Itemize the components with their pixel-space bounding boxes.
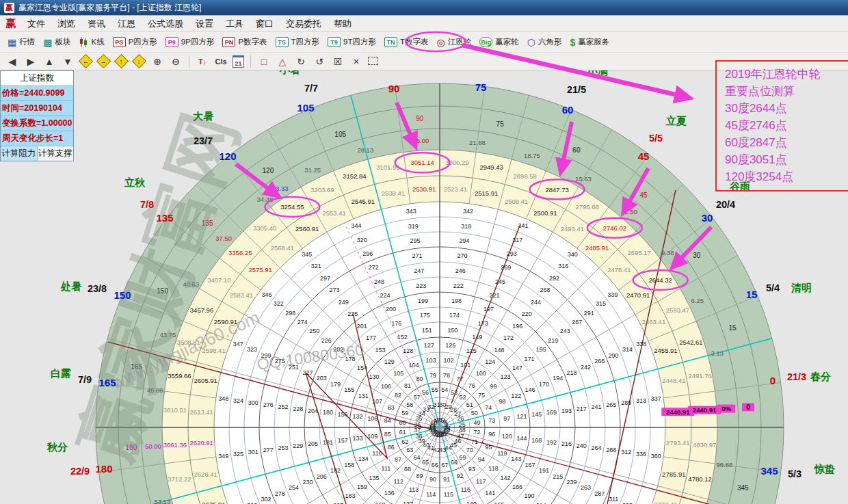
- sectors-label: 板块: [55, 37, 70, 47]
- svg-text:109: 109: [367, 433, 377, 440]
- lasso-icon[interactable]: [368, 56, 378, 67]
- t-square-button[interactable]: TST四方形: [272, 34, 323, 50]
- quotes-button[interactable]: ▦行情: [4, 34, 38, 50]
- draw-square-icon[interactable]: □: [257, 55, 271, 68]
- menu-item-资讯[interactable]: 资讯: [81, 18, 111, 29]
- svg-text:144: 144: [516, 435, 527, 442]
- svg-text:347: 347: [233, 341, 243, 347]
- svg-text:159: 159: [357, 483, 367, 490]
- svg-text:155: 155: [344, 386, 354, 393]
- menu-item-浏览[interactable]: 浏览: [51, 18, 81, 29]
- toolbar-separator: [189, 55, 189, 68]
- winner-wheel-button[interactable]: Big赢家轮: [476, 34, 522, 50]
- p-table-button[interactable]: PNP数字表: [219, 34, 270, 50]
- zoom-out-icon[interactable]: ⊖: [169, 55, 183, 68]
- svg-text:53.13: 53.13: [154, 498, 170, 504]
- svg-text:34.38: 34.38: [256, 196, 273, 203]
- svg-text:4780.12: 4780.12: [688, 475, 711, 483]
- pan-up-icon[interactable]: ↑: [114, 54, 129, 68]
- menu-item-交易委托[interactable]: 交易委托: [280, 18, 328, 29]
- svg-text:82: 82: [395, 392, 401, 399]
- svg-text:317: 317: [512, 237, 522, 243]
- menu-item-窗口[interactable]: 窗口: [250, 18, 280, 29]
- instrument-name: 上证指数: [1, 71, 73, 86]
- sectors-button[interactable]: ▩板块: [40, 34, 74, 50]
- zoom-in-icon[interactable]: ⊕: [150, 55, 164, 68]
- svg-text:204: 204: [308, 408, 318, 414]
- down-icon[interactable]: ▼: [61, 55, 75, 68]
- calendar-icon[interactable]: 21: [233, 55, 244, 68]
- winner-service-button[interactable]: $赢家服务: [567, 34, 613, 50]
- 9p-square-button[interactable]: P99P四方形: [162, 34, 218, 50]
- svg-text:3.13: 3.13: [711, 349, 724, 357]
- dollar-icon: $: [570, 38, 576, 47]
- svg-text:114: 114: [426, 491, 436, 498]
- shift-axis-icon[interactable]: T↓: [196, 55, 209, 68]
- svg-text:2560.91: 2560.91: [295, 225, 319, 233]
- menu-item-江恩[interactable]: 江恩: [111, 18, 142, 29]
- svg-text:191: 191: [539, 467, 549, 474]
- rotate-ccw-icon[interactable]: ↺: [313, 55, 326, 68]
- svg-text:147: 147: [512, 364, 522, 371]
- svg-text:246: 246: [455, 267, 466, 274]
- svg-text:2635.91: 2635.91: [202, 501, 225, 504]
- menu-item-工具[interactable]: 工具: [220, 18, 250, 29]
- svg-text:203: 203: [317, 375, 327, 382]
- svg-text:7/7: 7/7: [304, 83, 318, 94]
- svg-text:2785.91: 2785.91: [662, 470, 685, 478]
- svg-text:81: 81: [404, 382, 411, 389]
- gann-wheel-button[interactable]: ◎江恩轮: [434, 34, 475, 50]
- cls-icon[interactable]: Cls: [214, 55, 228, 68]
- svg-text:168: 168: [531, 437, 542, 444]
- center-cross-icon[interactable]: ×: [349, 55, 363, 68]
- svg-text:7/8: 7/8: [140, 199, 154, 210]
- t-table-button[interactable]: TNT数字表: [381, 34, 432, 50]
- svg-text:15.63: 15.63: [575, 175, 592, 183]
- up-icon[interactable]: ▲: [42, 55, 56, 68]
- p-square-button[interactable]: PSP四方形: [109, 34, 161, 50]
- svg-text:128: 128: [403, 347, 413, 354]
- 9t-square-button[interactable]: T99T四方形: [324, 34, 380, 50]
- svg-text:0%: 0%: [721, 405, 731, 412]
- svg-text:5/4: 5/4: [766, 282, 780, 293]
- menu-item-公式选股[interactable]: 公式选股: [142, 18, 189, 29]
- annotation-line: 90度3051点: [725, 151, 848, 168]
- svg-text:2695.17: 2695.17: [628, 249, 651, 256]
- svg-text:60: 60: [572, 146, 581, 154]
- svg-text:立夏: 立夏: [665, 115, 687, 127]
- svg-text:316: 316: [558, 263, 568, 269]
- svg-text:54: 54: [441, 386, 448, 393]
- draw-triangle-icon[interactable]: △: [276, 55, 289, 68]
- candlestick-icon: [79, 37, 88, 47]
- back-icon[interactable]: ◀: [5, 55, 19, 68]
- pan-down-icon[interactable]: ↓: [132, 54, 146, 68]
- menu-item-帮助[interactable]: 帮助: [328, 18, 358, 29]
- kline-button[interactable]: K线: [75, 34, 107, 50]
- calc-resistance-button[interactable]: 计算阻力: [1, 146, 38, 161]
- svg-text:96: 96: [488, 431, 495, 438]
- calc-support-button[interactable]: 计算支撑: [38, 146, 74, 161]
- svg-text:335: 335: [622, 502, 633, 504]
- svg-text:55: 55: [432, 386, 438, 393]
- svg-text:110: 110: [372, 450, 382, 457]
- pan-left-icon[interactable]: ←: [79, 54, 93, 68]
- svg-text:120: 120: [263, 167, 274, 174]
- menu-item-设置[interactable]: 设置: [189, 18, 220, 29]
- svg-text:149: 149: [472, 334, 482, 341]
- svg-text:269: 269: [501, 264, 511, 271]
- hexagon-button[interactable]: ⬡六角形: [524, 34, 566, 50]
- rotate-cw-icon[interactable]: ↻: [294, 55, 308, 68]
- svg-text:131: 131: [358, 393, 369, 399]
- svg-text:136: 136: [384, 490, 395, 496]
- svg-text:89: 89: [416, 473, 423, 479]
- delete-box-icon[interactable]: ☒: [331, 55, 345, 68]
- menu-items: 文件浏览资讯江恩公式选股设置工具窗口交易委托帮助: [21, 18, 358, 30]
- svg-text:296: 296: [362, 250, 373, 257]
- pan-right-icon[interactable]: →: [96, 54, 111, 68]
- svg-text:250: 250: [309, 328, 319, 334]
- svg-text:2455.91: 2455.91: [654, 347, 677, 354]
- forward-icon[interactable]: ▶: [24, 55, 38, 68]
- svg-text:157: 157: [338, 437, 348, 444]
- menu-item-文件[interactable]: 文件: [21, 18, 51, 29]
- svg-text:2470.91: 2470.91: [626, 291, 650, 299]
